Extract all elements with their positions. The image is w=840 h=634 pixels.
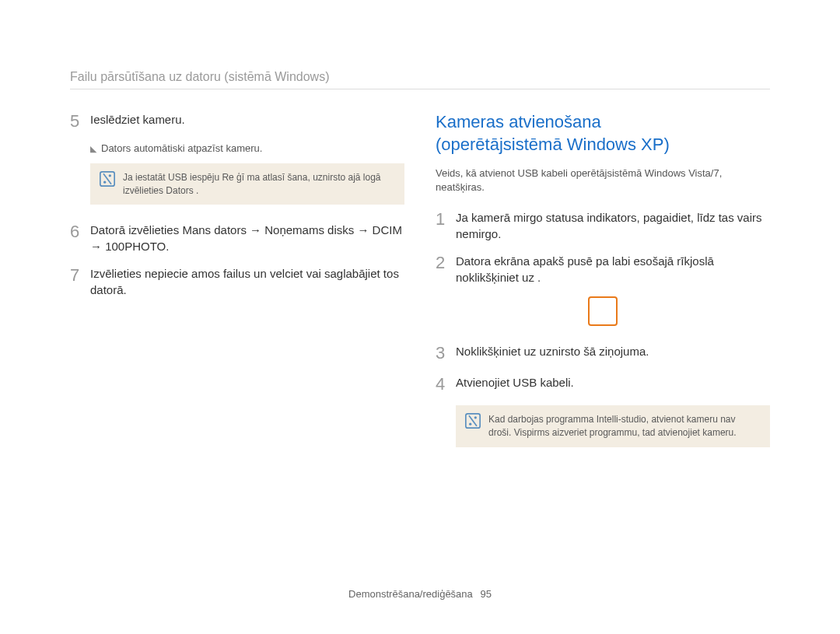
step-text: Atvienojiet USB kabeli. <box>456 374 574 391</box>
step-number: 2 <box>436 253 456 273</box>
svg-point-1 <box>109 174 111 177</box>
step-number: 1 <box>436 209 456 229</box>
page: Failu pārsūtīšana uz datoru (sistēmā Win… <box>0 0 840 634</box>
step-number: 5 <box>70 111 90 131</box>
note-text: Ja iestatāt USB iespēju Re ģī ma atlasī … <box>123 171 395 198</box>
step-2: 2 Datora ekrāna apakš pusē pa labi esoša… <box>436 253 770 285</box>
step-5: 5 Ieslēdziet kameru. <box>70 111 404 131</box>
note-box: Kad darbojas programma Intelli-studio, a… <box>456 405 770 447</box>
step-4: 4 Atvienojiet USB kabeli. <box>436 374 770 394</box>
step-5-sub: ◣ Dators automātiski atpazīst kameru. <box>90 142 404 156</box>
page-number: 95 <box>480 588 491 600</box>
svg-point-2 <box>103 180 106 183</box>
title-line-1: Kameras atvienošana <box>436 112 601 131</box>
note-icon <box>100 171 115 187</box>
title-line-2: (operētājsistēmā Windows XP) <box>436 135 670 154</box>
step-number: 7 <box>70 265 90 285</box>
columns: 5 Ieslēdziet kameru. ◣ Dators automātisk… <box>70 111 770 464</box>
breadcrumb: Failu pārsūtīšana uz datoru (sistēmā Win… <box>70 70 770 89</box>
step-text: Izvēlieties nepiecie amos failus un velc… <box>90 265 404 298</box>
step-text: Datorā izvēlieties Mans dators → Noņemam… <box>90 222 404 254</box>
step-3: 3 Noklikšķiniet uz uznirsto šā ziņojuma. <box>436 343 770 363</box>
step-number: 3 <box>436 343 456 363</box>
left-column: 5 Ieslēdziet kameru. ◣ Dators automātisk… <box>70 111 404 464</box>
step-text: Ja kamerā mirgo statusa indikators, paga… <box>456 209 770 242</box>
section-title: Kameras atvienošana (operētājsistēmā Win… <box>436 111 770 156</box>
eject-icon <box>588 296 618 326</box>
note-box: Ja iestatāt USB iespēju Re ģī ma atlasī … <box>90 163 404 205</box>
sub-text: Dators automātiski atpazīst kameru. <box>101 142 262 154</box>
footer-section: Demonstrēšana/rediģēšana <box>348 588 473 600</box>
bullet-icon: ◣ <box>90 142 96 156</box>
step-text: Ieslēdziet kameru. <box>90 111 185 128</box>
eject-icon-placeholder <box>436 296 770 326</box>
step-text: Noklikšķiniet uz uznirsto šā ziņojuma. <box>456 343 649 359</box>
svg-point-5 <box>469 423 471 426</box>
note-icon <box>465 413 481 429</box>
step-7: 7 Izvēlieties nepiecie amos failus un ve… <box>70 265 404 298</box>
lead-text: Veids, kā atvienot USB kabeli operētājsi… <box>436 166 770 194</box>
footer: Demonstrēšana/rediģēšana 95 <box>0 588 840 600</box>
step-number: 4 <box>436 374 456 394</box>
step-6: 6 Datorā izvēlieties Mans dators → Noņem… <box>70 222 404 254</box>
step-1: 1 Ja kamerā mirgo statusa indikators, pa… <box>436 209 770 242</box>
note-text: Kad darbojas programma Intelli-studio, a… <box>488 413 761 440</box>
svg-point-4 <box>474 417 477 419</box>
step-number: 6 <box>70 222 90 242</box>
right-column: Kameras atvienošana (operētājsistēmā Win… <box>436 111 770 464</box>
step-text: Datora ekrāna apakš pusē pa labi esošajā… <box>456 253 770 285</box>
